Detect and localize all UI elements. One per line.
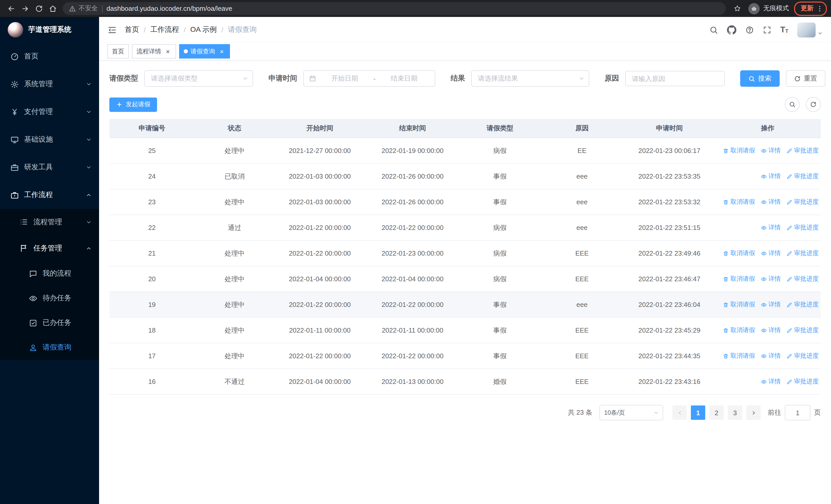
- url-text[interactable]: dashboard.yudao.iocoder.cn/bpm/oa/leave: [107, 5, 232, 12]
- sidebar-item-process-management[interactable]: 流程管理: [0, 209, 99, 235]
- next-page-button[interactable]: [746, 406, 761, 420]
- start-date-placeholder[interactable]: 开始日期: [319, 74, 370, 83]
- detail-link[interactable]: 详情: [761, 223, 781, 232]
- cancel-leave-link[interactable]: 取消请假: [723, 249, 755, 258]
- refresh-table-button[interactable]: [806, 97, 821, 112]
- avatar[interactable]: [797, 22, 815, 37]
- not-secure-warning[interactable]: 不安全: [69, 4, 98, 13]
- plus-icon: [116, 101, 123, 108]
- browser-update-chip[interactable]: 更新: [794, 1, 827, 16]
- approval-progress-link[interactable]: 审批进度: [786, 377, 819, 386]
- cell-apply-time: 2022-01-22 23:53:32: [624, 189, 715, 215]
- eye-icon: [761, 379, 767, 385]
- sidebar-item-home[interactable]: 首页: [0, 42, 99, 70]
- table-row: 20处理中2022-01-04 00:00:002022-01-04 00:00…: [109, 266, 821, 292]
- result-select[interactable]: 请选择流结果: [471, 70, 589, 87]
- goto-suffix: 页: [814, 408, 821, 417]
- cell-apply-id: 25: [109, 138, 195, 164]
- browser-forward-button[interactable]: [18, 2, 32, 16]
- search-button[interactable]: 搜索: [740, 70, 780, 87]
- search-icon[interactable]: [709, 25, 718, 34]
- breadcrumb-item[interactable]: OA 示例: [191, 25, 217, 34]
- leave-type-select[interactable]: 请选择请假类型: [144, 70, 253, 87]
- detail-link[interactable]: 详情: [761, 274, 781, 283]
- browser-back-button[interactable]: [4, 2, 18, 16]
- detail-link[interactable]: 详情: [761, 377, 781, 386]
- user-menu[interactable]: [797, 22, 823, 37]
- column-header: 结束时间: [365, 119, 460, 138]
- cell-status: 处理中: [195, 240, 274, 266]
- approval-progress-link[interactable]: 审批进度: [786, 300, 819, 309]
- page-button-2[interactable]: 2: [709, 406, 724, 420]
- detail-link[interactable]: 详情: [761, 300, 781, 309]
- approval-progress-link[interactable]: 审批进度: [786, 352, 819, 360]
- sidebar-item-task-management[interactable]: 任务管理: [0, 235, 99, 261]
- sidebar-item-system-management[interactable]: 系统管理: [0, 70, 99, 98]
- detail-link[interactable]: 详情: [761, 198, 781, 206]
- cancel-leave-link[interactable]: 取消请假: [723, 274, 755, 283]
- approval-progress-link[interactable]: 审批进度: [786, 274, 819, 283]
- sidebar-item-my-process[interactable]: 我的流程: [0, 261, 99, 286]
- end-date-placeholder[interactable]: 结束日期: [378, 74, 430, 83]
- app-logo[interactable]: 芋道管理系统: [0, 17, 99, 42]
- close-icon[interactable]: ×: [164, 48, 171, 55]
- table-row: 16不通过2022-01-04 00:00:002022-01-13 00:00…: [109, 369, 821, 394]
- tab-process-detail[interactable]: 流程详情×: [132, 44, 176, 59]
- breadcrumb-item[interactable]: 工作流程: [150, 25, 179, 34]
- cancel-leave-link[interactable]: 取消请假: [723, 146, 755, 155]
- page-button-1[interactable]: 1: [691, 406, 705, 420]
- close-icon[interactable]: ×: [218, 48, 225, 55]
- goto-page-input[interactable]: [785, 405, 810, 420]
- help-icon[interactable]: [745, 25, 754, 34]
- github-icon[interactable]: [727, 25, 737, 35]
- cell-apply-id: 23: [109, 189, 195, 215]
- sidebar-item-done-tasks[interactable]: 已办任务: [0, 310, 99, 335]
- leave-type-placeholder: 请选择请假类型: [151, 74, 198, 83]
- cancel-leave-link[interactable]: 取消请假: [723, 198, 755, 206]
- detail-link[interactable]: 详情: [761, 249, 781, 258]
- page-size-select[interactable]: 10条/页: [600, 405, 663, 420]
- detail-link[interactable]: 详情: [761, 326, 781, 335]
- bookmark-star-icon[interactable]: [731, 2, 743, 14]
- address-bar[interactable]: 不安全 dashboard.yudao.iocoder.cn/bpm/oa/le…: [63, 2, 726, 15]
- prev-page-button[interactable]: [672, 406, 687, 420]
- cell-leave-type: 病假: [460, 215, 540, 240]
- date-range-picker[interactable]: 开始日期 - 结束日期: [303, 70, 435, 87]
- sidebar-item-todo-tasks[interactable]: 待办任务: [0, 286, 99, 310]
- update-label[interactable]: 更新: [801, 4, 813, 13]
- page-button-3[interactable]: 3: [728, 406, 742, 420]
- sidebar-item-leave-query[interactable]: 请假查询: [0, 335, 99, 360]
- approval-progress-link[interactable]: 审批进度: [786, 223, 819, 232]
- reset-button[interactable]: 重置: [786, 70, 825, 87]
- show-search-toggle-button[interactable]: [785, 97, 800, 112]
- create-leave-button[interactable]: 发起请假: [109, 97, 157, 112]
- sidebar-fold-icon[interactable]: [107, 25, 117, 35]
- cancel-leave-link[interactable]: 取消请假: [723, 326, 755, 335]
- detail-link[interactable]: 详情: [761, 172, 781, 181]
- fullscreen-icon[interactable]: [763, 25, 771, 34]
- cancel-leave-link-label: 取消请假: [730, 198, 755, 206]
- tab-home[interactable]: 首页: [107, 44, 129, 59]
- detail-link[interactable]: 详情: [761, 146, 781, 155]
- cancel-leave-link[interactable]: 取消请假: [723, 352, 755, 360]
- table-row: 25处理中2021-12-27 00:00:002022-01-19 00:00…: [109, 138, 821, 164]
- approval-progress-link[interactable]: 审批进度: [786, 198, 819, 206]
- approval-progress-link[interactable]: 审批进度: [786, 249, 819, 258]
- browser-reload-button[interactable]: [32, 2, 46, 16]
- cancel-leave-link[interactable]: 取消请假: [723, 300, 755, 309]
- breadcrumb-item[interactable]: 首页: [125, 25, 139, 34]
- sidebar-item-workflow[interactable]: 工作流程: [0, 181, 99, 209]
- sidebar-item-dev-tools[interactable]: 研发工具: [0, 153, 99, 181]
- chevron-down-icon: [86, 109, 92, 115]
- reason-input[interactable]: [625, 71, 725, 86]
- approval-progress-link[interactable]: 审批进度: [786, 326, 819, 335]
- detail-link[interactable]: 详情: [761, 352, 781, 360]
- sidebar-item-infrastructure[interactable]: 基础设施: [0, 126, 99, 153]
- font-size-icon[interactable]: TT: [780, 26, 789, 34]
- approval-progress-link[interactable]: 审批进度: [786, 172, 819, 181]
- browser-menu-icon[interactable]: [816, 5, 823, 12]
- browser-home-button[interactable]: [46, 2, 60, 16]
- sidebar-item-payment-management[interactable]: 支付管理: [0, 98, 99, 126]
- approval-progress-link[interactable]: 审批进度: [786, 146, 819, 155]
- tab-leave-query[interactable]: 请假查询×: [179, 44, 230, 59]
